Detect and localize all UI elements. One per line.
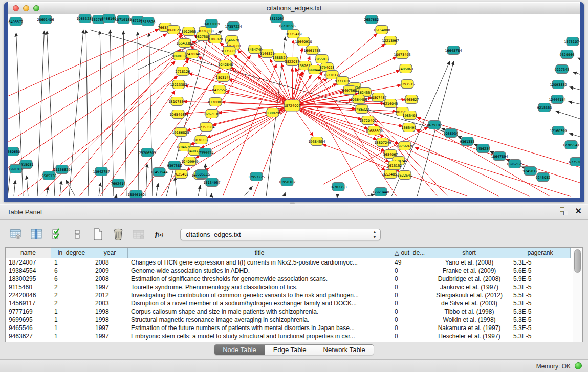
tab-network-table[interactable]: Network Table [315,345,374,355]
new-file-icon[interactable] [91,228,104,241]
graph-node[interactable]: 10973493 [394,50,410,59]
graph-node[interactable]: 1991819 [9,165,24,173]
graph-node[interactable]: 9242848 [219,60,233,69]
graph-node[interactable]: 2560650 [8,147,20,156]
graph-node[interactable]: 7485063 [399,64,413,73]
graph-node[interactable]: 1615152 [387,161,402,170]
table-settings-icon[interactable] [9,228,23,241]
table-row[interactable]: 977716911998Corpus callosum shape and si… [6,308,582,316]
graph-node[interactable]: 9456234 [476,144,491,153]
graph-node[interactable]: 11156829 [53,165,70,174]
graph-node[interactable]: 8878332 [194,136,209,144]
graph-node[interactable]: 16154808 [373,26,390,34]
graph-node[interactable]: 13942757 [93,167,110,176]
window-titlebar[interactable]: citations_edges.txt [8,2,580,14]
graph-node[interactable]: 12160399 [550,126,567,135]
graph-node[interactable]: 9215353 [537,103,552,112]
graph-node[interactable]: 17705541 [562,141,579,149]
graph-node[interactable]: 25206505 [139,148,156,157]
network-view-canvas[interactable]: 1872400776638223860123891295518226058982… [8,14,580,198]
graph-node[interactable]: 16648784 [445,46,462,55]
graph-node[interactable]: 16962125 [506,160,523,168]
graph-node[interactable]: 9058934 [444,129,459,138]
graph-node[interactable]: 19756928 [396,142,413,150]
graph-node[interactable]: 7955812 [315,55,330,63]
column-header-pagerank[interactable]: pagerank [510,248,571,258]
graph-node[interactable]: 9245012 [523,167,538,176]
float-panel-icon[interactable] [560,207,568,215]
graph-node[interactable]: 7515526 [141,17,156,26]
graph-node[interactable]: 2803144 [216,73,231,82]
graph-node[interactable]: 18724007 [284,100,300,111]
table-row[interactable]: 946362711997Embryonic stem cells: a mode… [6,332,582,340]
graph-node[interactable]: 18107554 [168,97,185,106]
column-header-in_degree[interactable]: in_degree [51,248,92,258]
graph-node[interactable]: 6405572 [9,17,24,26]
graph-node[interactable]: 12923448 [372,188,389,196]
graph-node[interactable]: 11451944 [150,168,167,177]
graph-node[interactable]: 9329966 [560,50,575,59]
column-header-short[interactable]: short [428,248,510,258]
graph-node[interactable]: 9777169 [335,77,350,85]
column-header-year[interactable]: year [92,248,128,258]
graph-node[interactable]: 17957225 [248,172,265,181]
graph-node[interactable]: 9505136 [42,171,57,180]
graph-node[interactable]: 9361353 [460,137,475,146]
graph-node[interactable]: 7692414 [111,179,126,188]
graph-node[interactable]: 8679197 [427,121,442,129]
graph-node[interactable]: 12093832 [550,80,567,89]
graph-node[interactable]: 10719185 [115,15,132,24]
graph-node[interactable]: 16543382 [176,39,193,48]
graph-node[interactable]: 8170081 [208,98,223,106]
graph-node[interactable]: 13505115 [193,170,210,179]
graph-node[interactable]: 9245052 [536,173,551,182]
graph-node[interactable]: 8186328 [208,35,223,43]
graph-node[interactable]: 19218596 [278,21,295,30]
graph-node[interactable]: 19166825 [172,128,189,137]
graph-node[interactable]: 1985495 [403,111,418,120]
graph-node[interactable]: 8912955 [182,27,197,36]
graph-node[interactable]: 9227343 [555,65,570,74]
graph-node[interactable]: 18300295 [264,108,281,117]
graph-node[interactable]: 18846160 [127,190,144,198]
graph-node[interactable]: 17359924 [197,148,213,157]
graph-node[interactable]: 12213967 [382,36,399,45]
graph-node[interactable]: 2687682 [364,15,379,24]
delete-icon[interactable] [112,228,125,241]
graph-node[interactable]: 3860123 [166,26,181,34]
column-header-title[interactable]: title [128,248,391,258]
tab-edge-table[interactable]: Edge Table [265,345,315,355]
table-vertical-scrollbar[interactable] [573,248,582,342]
graph-node[interactable]: 10807487 [369,93,386,102]
graph-node[interactable]: 8175685 [222,47,237,55]
table-row[interactable]: 2242004622012Investigating the contribut… [6,291,582,299]
graph-node[interactable]: 16524851 [382,170,399,179]
table-row[interactable]: 1872400712008Changes of HCN gene express… [6,258,582,267]
graph-node[interactable]: 1565492 [402,123,417,132]
table-row[interactable]: 946554611997Estimation of the future num… [6,324,582,332]
graph-node[interactable]: 20691406 [37,15,54,24]
graph-node[interactable]: 17357224 [225,22,242,31]
graph-node[interactable]: 1297515 [400,80,415,89]
graph-node[interactable]: 2522541 [398,171,412,180]
graph-node[interactable]: 10688609 [365,126,382,135]
graph-node[interactable]: 7625402 [174,170,189,179]
graph-node[interactable]: 6466160 [102,14,117,23]
scrollbar-thumb[interactable] [574,249,581,273]
table-row[interactable]: 969969511998Structural magnetic resonanc… [6,316,582,324]
graph-node[interactable]: 6497568 [342,86,357,95]
graph-node[interactable]: 9890112 [172,52,187,60]
graph-node[interactable]: 10647894 [491,152,508,161]
graph-node[interactable]: 16782753 [330,183,346,191]
tab-node-table[interactable]: Node Table [214,345,265,355]
graph-node[interactable]: 9397588 [167,161,182,170]
graph-node[interactable]: 12353584 [198,123,214,132]
graph-node[interactable]: 18807249 [374,138,391,147]
graph-node[interactable]: 15751074 [564,37,580,46]
graph-node[interactable]: 15720407 [359,116,376,125]
graph-node[interactable]: 19384554 [308,137,325,146]
row-height-icon[interactable] [71,228,84,241]
graph-node[interactable]: 20364486 [350,95,367,104]
graph-node[interactable]: 10958107 [278,178,295,186]
graph-node[interactable]: 2718126 [176,67,190,76]
